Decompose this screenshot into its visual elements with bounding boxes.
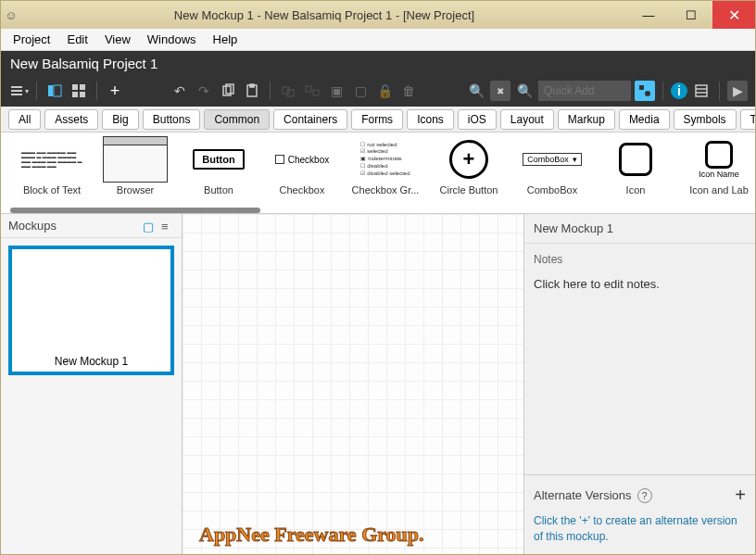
grid-view-icon[interactable]	[69, 81, 89, 101]
maximize-button[interactable]: ☐	[670, 1, 712, 29]
project-title: New Balsamiq Project 1	[10, 56, 158, 71]
alternate-versions-label: Alternate Versions	[534, 488, 632, 502]
menu-edit[interactable]: Edit	[60, 31, 94, 48]
svg-rect-19	[696, 85, 707, 96]
lock-icon[interactable]: 🔒	[374, 81, 395, 101]
mockups-panel-header: Mockups ▢ ≡	[1, 214, 182, 238]
group-icon[interactable]	[278, 81, 298, 101]
tab-assets[interactable]: Assets	[44, 109, 98, 130]
combobox-thumb: ComboBox▾	[520, 136, 585, 183]
library-item-checkbox-group[interactable]: ☐ not selected☑ selected▣ indeterminate☐…	[344, 136, 427, 213]
toolbar: ▾ + ↶ ↷ ▣ ▢ 🔒 🗑 🔍 ✖ 🔍 i ▶	[1, 75, 755, 107]
icon-label-thumb: Icon Name	[687, 136, 751, 183]
svg-rect-7	[72, 92, 78, 97]
tab-icons[interactable]: Icons	[407, 109, 454, 130]
tab-symbols[interactable]: Symbols	[674, 109, 737, 130]
circle-button-thumb: +	[436, 136, 501, 183]
menu-help[interactable]: Help	[207, 31, 245, 48]
menu-view[interactable]: View	[98, 31, 137, 48]
send-back-icon[interactable]: ▢	[350, 81, 371, 101]
svg-rect-15	[306, 86, 311, 92]
redo-icon[interactable]: ↷	[194, 81, 214, 101]
fullscreen-icon[interactable]: ▶	[727, 81, 748, 101]
properties-icon[interactable]	[691, 81, 712, 101]
category-tab-bar: All Assets Big Buttons Common Containers…	[1, 107, 755, 132]
tab-media[interactable]: Media	[619, 109, 670, 130]
svg-rect-8	[80, 92, 85, 97]
block-of-text-thumb: ▬▬▬ ▬▬ ▬▬▬▬ ▬▬ ▬▬▬ ▬ ▬▬▬ ▬▬▬▬ ▬▬ ▬▬▬ ▬▬ …	[19, 136, 84, 183]
library-item-circle-button[interactable]: + Circle Button	[427, 136, 510, 213]
library-item-label: Checkbox	[280, 184, 325, 196]
mockup-thumbnail-image	[12, 249, 170, 351]
browser-thumb	[103, 136, 168, 183]
checkbox-thumb: Checkbox	[270, 136, 334, 183]
library-item-checkbox[interactable]: Checkbox Checkbox	[260, 136, 344, 213]
ungroup-icon[interactable]	[302, 81, 322, 101]
svg-rect-16	[313, 90, 319, 95]
paste-icon[interactable]	[242, 81, 262, 101]
tab-big[interactable]: Big	[102, 109, 138, 130]
notes-field[interactable]: Click here to edit notes.	[534, 277, 746, 291]
quick-add-input[interactable]	[538, 81, 631, 101]
window-controls: — ☐ ✕	[627, 1, 755, 29]
markup-toggle-icon[interactable]: ✖	[490, 81, 510, 101]
canvas[interactable]: AppNee Freeware Group.	[183, 214, 523, 554]
menu-bar: Project Edit View Windows Help	[1, 29, 755, 51]
delete-icon[interactable]: 🗑	[398, 81, 419, 101]
inspector-panel: New Mockup 1 Notes Click here to edit no…	[523, 214, 755, 554]
inspector-body: Notes Click here to edit notes.	[524, 244, 755, 474]
alternate-versions-hint[interactable]: Click the '+' to create an alternate ver…	[534, 513, 746, 545]
library-item-browser[interactable]: Browser	[94, 136, 177, 213]
bring-front-icon[interactable]: ▣	[326, 81, 346, 101]
library-item-label: Icon and Lab	[689, 184, 749, 196]
ui-library[interactable]: ▬▬▬ ▬▬ ▬▬▬▬ ▬▬ ▬▬▬ ▬ ▬▬▬ ▬▬▬▬ ▬▬ ▬▬▬ ▬▬ …	[1, 132, 755, 214]
minimize-button[interactable]: —	[627, 1, 670, 29]
undo-icon[interactable]: ↶	[170, 81, 190, 101]
menu-icon[interactable]: ▾	[8, 81, 29, 101]
library-item-combobox[interactable]: ComboBox▾ ComboBox	[510, 136, 594, 213]
tab-markup[interactable]: Markup	[558, 109, 615, 130]
main-content: Mockups ▢ ≡ New Mockup 1 AppNee Freeware…	[1, 214, 755, 554]
thumbnail-view-icon[interactable]: ▢	[143, 220, 156, 233]
copy-icon[interactable]	[218, 81, 238, 101]
list-view-icon[interactable]: ≡	[161, 220, 174, 233]
search-icon[interactable]: 🔍	[514, 81, 535, 101]
zoom-icon[interactable]: 🔍	[466, 81, 486, 101]
library-item-label: Button	[204, 184, 233, 196]
tab-buttons[interactable]: Buttons	[143, 109, 201, 130]
tab-forms[interactable]: Forms	[351, 109, 403, 130]
menu-project[interactable]: Project	[6, 31, 57, 48]
mockup-thumbnail[interactable]: New Mockup 1	[8, 246, 174, 375]
alternate-versions-section: Alternate Versions ? + Click the '+' to …	[524, 474, 755, 554]
add-alternate-button[interactable]: +	[735, 485, 746, 506]
watermark-text: AppNee Freeware Group.	[199, 523, 424, 547]
add-icon[interactable]: +	[105, 81, 125, 101]
library-item-icon[interactable]: Icon	[594, 136, 677, 213]
menu-windows[interactable]: Windows	[141, 31, 203, 48]
tab-all[interactable]: All	[8, 109, 41, 130]
tab-layout[interactable]: Layout	[500, 109, 554, 130]
close-button[interactable]: ✕	[712, 1, 755, 29]
library-toggle-icon[interactable]	[635, 81, 655, 101]
tab-ios[interactable]: iOS	[458, 109, 497, 130]
project-title-bar: New Balsamiq Project 1	[1, 51, 755, 75]
title-bar: ☺ New Mockup 1 - New Balsamiq Project 1 …	[1, 1, 755, 29]
tab-common[interactable]: Common	[204, 109, 270, 130]
svg-rect-17	[639, 85, 644, 90]
library-item-label: Icon	[626, 184, 646, 196]
svg-rect-3	[48, 85, 53, 96]
library-scrollbar[interactable]	[10, 208, 260, 213]
panel-toggle-icon[interactable]	[44, 81, 65, 101]
inspector-title: New Mockup 1	[524, 214, 755, 244]
library-item-button[interactable]: Button Button	[177, 136, 260, 213]
help-icon[interactable]: ?	[637, 488, 652, 503]
tab-containers[interactable]: Containers	[273, 109, 347, 130]
tab-text[interactable]: Text	[740, 109, 756, 130]
library-item-icon-and-label[interactable]: Icon Name Icon and Lab	[677, 136, 755, 213]
library-item-block-of-text[interactable]: ▬▬▬ ▬▬ ▬▬▬▬ ▬▬ ▬▬▬ ▬ ▬▬▬ ▬▬▬▬ ▬▬ ▬▬▬ ▬▬ …	[10, 136, 94, 213]
info-icon[interactable]: i	[671, 82, 687, 99]
window-title: New Mockup 1 - New Balsamiq Project 1 - …	[21, 8, 627, 22]
mockup-thumbnail-label: New Mockup 1	[12, 351, 170, 372]
library-item-label: Checkbox Gr...	[352, 184, 420, 196]
app-icon: ☺	[1, 8, 21, 22]
